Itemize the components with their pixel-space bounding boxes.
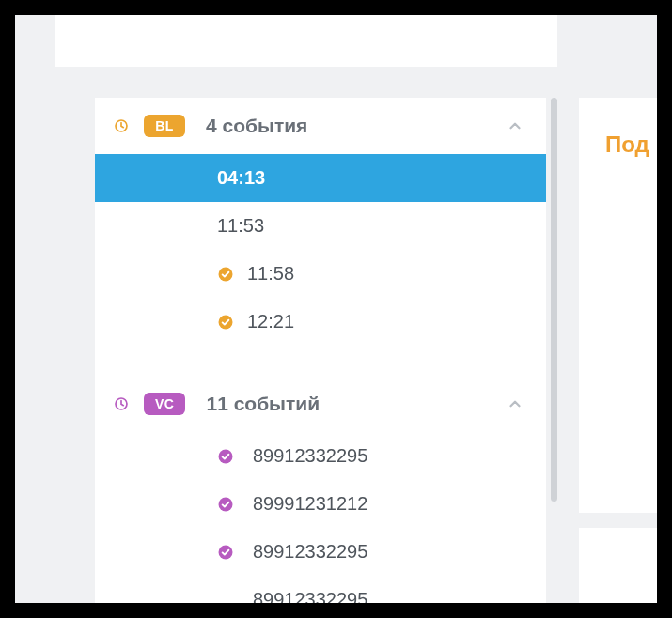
side-panel: Под	[579, 98, 657, 513]
svg-point-5	[219, 497, 233, 511]
events-panel: BL 4 события 04:13 11:53 11:58	[95, 98, 546, 603]
group-header-vc[interactable]: VC 11 событий	[95, 376, 546, 432]
event-row[interactable]: 11:53	[95, 202, 546, 250]
svg-point-1	[219, 267, 233, 281]
badge-vc: VC	[144, 393, 185, 415]
event-time: 12:21	[247, 311, 294, 332]
check-icon	[217, 314, 234, 331]
scrollbar[interactable]	[551, 98, 557, 502]
event-number: 89912332295	[253, 589, 367, 603]
check-icon	[217, 544, 234, 561]
event-row[interactable]: 11:58	[95, 250, 546, 298]
event-list-bl: 04:13 11:53 11:58 12:21	[95, 154, 546, 346]
event-time: 11:58	[247, 263, 294, 285]
group-title-vc: 11 событий	[206, 393, 507, 415]
event-row[interactable]: 89912332295	[95, 576, 546, 603]
badge-bl: BL	[144, 115, 185, 137]
event-time: 11:53	[217, 215, 264, 237]
clock-icon	[114, 118, 129, 133]
event-number: 89991231212	[253, 493, 367, 515]
event-row[interactable]: 89912332295	[95, 528, 546, 576]
group-header-bl[interactable]: BL 4 события	[95, 98, 546, 154]
event-number: 89912332295	[253, 541, 367, 563]
event-row[interactable]: 12:21	[95, 298, 546, 346]
chevron-up-icon[interactable]	[507, 117, 524, 134]
event-time: 04:13	[217, 167, 265, 189]
side-panel-lower: 1	[579, 528, 657, 603]
check-icon	[217, 496, 234, 513]
group-title-bl: 4 события	[206, 115, 507, 137]
svg-point-2	[219, 315, 233, 329]
event-number: 89912332295	[253, 445, 367, 467]
svg-point-4	[219, 449, 233, 463]
chevron-up-icon[interactable]	[507, 395, 524, 412]
side-panel-title: Под	[605, 131, 649, 158]
event-row[interactable]: 04:13	[95, 154, 546, 202]
clock-icon	[114, 396, 129, 411]
check-icon	[217, 448, 234, 465]
check-icon	[217, 266, 234, 283]
top-bar	[55, 15, 557, 67]
svg-point-6	[219, 545, 233, 559]
event-row[interactable]: 89991231212	[95, 480, 546, 528]
event-row[interactable]: 89912332295	[95, 432, 546, 480]
event-list-vc: 89912332295 89991231212 89912332295 8991…	[95, 432, 546, 603]
